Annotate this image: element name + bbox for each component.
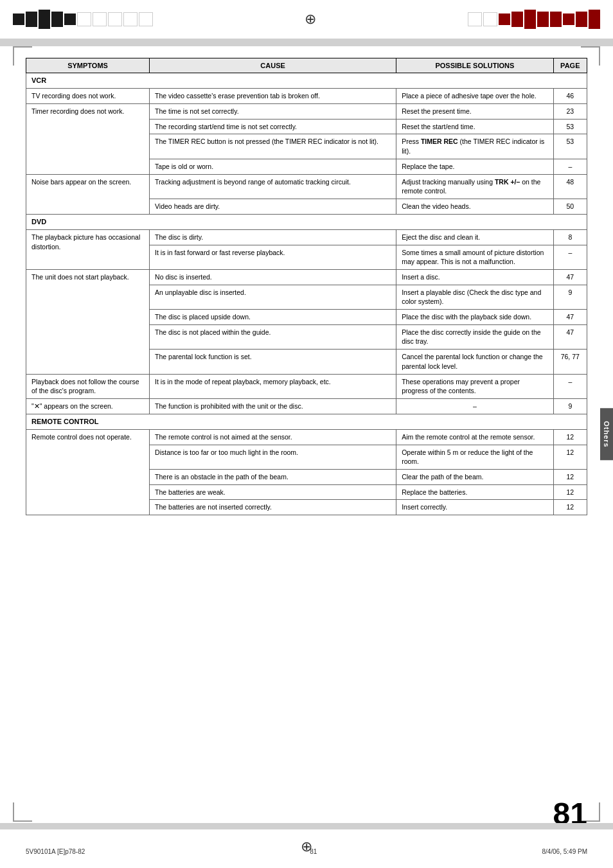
table-row: The unit does not start playback. No dis… xyxy=(26,270,587,285)
solution-noplay-4: Place the disc correctly inside the guid… xyxy=(396,324,553,349)
bottom-decorative-line xyxy=(0,823,613,829)
solution-timer-1: Reset the present time. xyxy=(396,104,553,120)
symptom-remote-control: Remote control does not operate. xyxy=(26,429,150,515)
page-remote-1: 12 xyxy=(553,429,587,445)
symptom-x-appears: "✕" appears on the screen. xyxy=(26,398,150,414)
section-dvd: DVD xyxy=(26,214,587,229)
top-bar-left-blocks xyxy=(13,10,153,29)
solution-timer-3: Press TIMER REC (the TIMER REC indicator… xyxy=(396,134,553,159)
solution-noplay-1: Insert a disc. xyxy=(396,270,553,285)
table-row: "✕" appears on the screen. The function … xyxy=(26,398,587,414)
symptom-noise-bars: Noise bars appear on the screen. xyxy=(26,174,150,214)
cause-x-1: The function is prohibited with the unit… xyxy=(150,398,396,414)
main-content: SYMPTOMS CAUSE POSSIBLE SOLUTIONS PAGE V… xyxy=(26,58,587,810)
solution-timer-2: Reset the start/end time. xyxy=(396,119,553,134)
solution-distortion-1: Eject the disc and clean it. xyxy=(396,229,553,245)
footer-left: 5V90101A [E]p78-82 xyxy=(26,848,85,855)
solution-tv-recording: Place a piece of adhesive tape over the … xyxy=(396,89,553,104)
symptom-tv-recording: TV recording does not work. xyxy=(26,89,150,104)
solution-x-1: – xyxy=(396,398,553,414)
cause-timer-3: The TIMER REC button is not pressed (the… xyxy=(150,134,396,159)
header-solutions: POSSIBLE SOLUTIONS xyxy=(396,58,553,73)
solution-remote-5: Insert correctly. xyxy=(396,500,553,515)
cause-timer-2: The recording start/end time is not set … xyxy=(150,119,396,134)
solution-noplay-5: Cancel the parental lock function or cha… xyxy=(396,350,553,374)
page-tv-recording: 46 xyxy=(553,89,587,104)
solution-noise-1: Adjust tracking manually using TRK +/– o… xyxy=(396,174,553,199)
page-follow-1: – xyxy=(553,374,587,398)
symptom-playback-follow: Playback does not follow the course of t… xyxy=(26,374,150,398)
cause-timer-1: The time is not set correctly. xyxy=(150,104,396,120)
cause-noplay-5: The parental lock function is set. xyxy=(150,350,396,374)
solution-remote-4: Replace the batteries. xyxy=(396,484,553,500)
section-vcr: VCR xyxy=(26,73,587,89)
table-row: Playback does not follow the course of t… xyxy=(26,374,587,398)
section-dvd-label: DVD xyxy=(26,214,587,229)
page-timer-3: 53 xyxy=(553,134,587,159)
table-row: Timer recording does not work. The time … xyxy=(26,104,587,120)
footer-center: 81 xyxy=(310,848,317,855)
troubleshooting-table: SYMPTOMS CAUSE POSSIBLE SOLUTIONS PAGE V… xyxy=(26,58,587,515)
section-remote-label: REMOTE CONTROL xyxy=(26,414,587,429)
cause-noplay-1: No disc is inserted. xyxy=(150,270,396,285)
cause-timer-4: Tape is old or worn. xyxy=(150,159,396,174)
table-row: The playback picture has occasional dist… xyxy=(26,229,587,245)
cause-remote-4: The batteries are weak. xyxy=(150,484,396,500)
table-row: Noise bars appear on the screen. Trackin… xyxy=(26,174,587,199)
solution-noise-2: Clean the video heads. xyxy=(396,199,553,214)
page-x-1: 9 xyxy=(553,398,587,414)
page-noplay-3: 47 xyxy=(553,310,587,325)
table-row: TV recording does not work. The video ca… xyxy=(26,89,587,104)
page-noplay-2: 9 xyxy=(553,285,587,309)
cause-follow-1: It is in the mode of repeat playback, me… xyxy=(150,374,396,398)
page-timer-2: 53 xyxy=(553,119,587,134)
top-crosshair: ⊕ xyxy=(305,11,316,28)
symptom-playback-distortion: The playback picture has occasional dist… xyxy=(26,229,150,269)
page-remote-4: 12 xyxy=(553,484,587,500)
page-distortion-1: 8 xyxy=(553,229,587,245)
page-noplay-5: 76, 77 xyxy=(553,350,587,374)
top-bar-center: ⊕ xyxy=(153,11,468,28)
cause-distortion-2: It is in fast forward or fast reverse pl… xyxy=(150,245,396,269)
footer-right: 8/4/06, 5:49 PM xyxy=(542,848,587,855)
header-page: PAGE xyxy=(553,58,587,73)
symptom-timer-recording: Timer recording does not work. xyxy=(26,104,150,174)
cause-noplay-4: The disc is not placed within the guide. xyxy=(150,324,396,349)
cause-remote-2: Distance is too far or too much light in… xyxy=(150,445,396,469)
page-timer-1: 23 xyxy=(553,104,587,120)
cause-remote-3: There is an obstacle in the path of the … xyxy=(150,470,396,485)
page-remote-5: 12 xyxy=(553,500,587,515)
page-remote-3: 12 xyxy=(553,470,587,485)
page-noplay-4: 47 xyxy=(553,324,587,349)
page-distortion-2: – xyxy=(553,245,587,269)
cause-distortion-1: The disc is dirty. xyxy=(150,229,396,245)
solution-distortion-2: Some times a small amount of picture dis… xyxy=(396,245,553,269)
cause-noise-1: Tracking adjustment is beyond range of a… xyxy=(150,174,396,199)
cause-noplay-2: An unplayable disc is inserted. xyxy=(150,285,396,309)
cause-tv-recording: The video cassette's erase prevention ta… xyxy=(150,89,396,104)
solution-follow-1: These operations may prevent a proper pr… xyxy=(396,374,553,398)
cause-remote-5: The batteries are not inserted correctly… xyxy=(150,500,396,515)
solution-remote-1: Aim the remote control at the remote sen… xyxy=(396,429,553,445)
cause-noplay-3: The disc is placed upside down. xyxy=(150,310,396,325)
top-bar-right-blocks xyxy=(468,10,600,29)
section-remote: REMOTE CONTROL xyxy=(26,414,587,429)
page-timer-4: – xyxy=(553,159,587,174)
solution-remote-2: Operate within 5 m or reduce the light o… xyxy=(396,445,553,469)
cause-remote-1: The remote control is not aimed at the s… xyxy=(150,429,396,445)
footer: 5V90101A [E]p78-82 81 8/4/06, 5:49 PM xyxy=(26,848,587,855)
header-symptoms: SYMPTOMS xyxy=(26,58,150,73)
symptom-no-playback: The unit does not start playback. xyxy=(26,270,150,375)
cause-noise-2: Video heads are dirty. xyxy=(150,199,396,214)
header-cause: CAUSE xyxy=(150,58,396,73)
solution-noplay-3: Place the disc with the playback side do… xyxy=(396,310,553,325)
page-noise-1: 48 xyxy=(553,174,587,199)
solution-noplay-2: Insert a playable disc (Check the disc t… xyxy=(396,285,553,309)
solution-remote-3: Clear the path of the beam. xyxy=(396,470,553,485)
side-label-others: Others xyxy=(600,408,613,460)
section-vcr-label: VCR xyxy=(26,73,587,89)
top-bar: ⊕ xyxy=(0,0,613,39)
solution-timer-4: Replace the tape. xyxy=(396,159,553,174)
page-noplay-1: 47 xyxy=(553,270,587,285)
top-decorative-line xyxy=(0,39,613,46)
